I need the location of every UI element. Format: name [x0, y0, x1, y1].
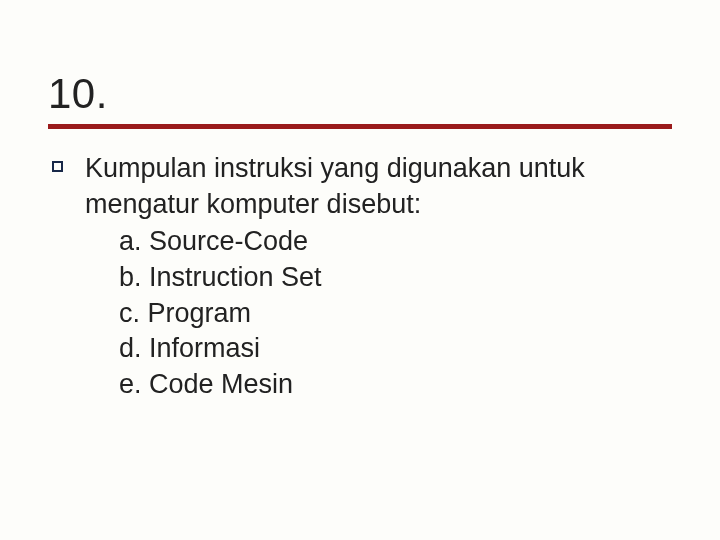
- title-underline: [48, 124, 672, 129]
- slide: 10. Kumpulan instruksi yang digunakan un…: [0, 0, 720, 540]
- option-d: d. Informasi: [119, 331, 672, 367]
- body: Kumpulan instruksi yang digunakan untuk …: [48, 151, 672, 402]
- option-e: e. Code Mesin: [119, 367, 672, 403]
- question-text: Kumpulan instruksi yang digunakan untuk …: [85, 151, 672, 222]
- slide-title: 10.: [48, 70, 672, 118]
- options-list: a. Source-Code b. Instruction Set c. Pro…: [85, 224, 672, 402]
- option-b: b. Instruction Set: [119, 260, 672, 296]
- content: Kumpulan instruksi yang digunakan untuk …: [85, 151, 672, 402]
- square-bullet-icon: [52, 161, 63, 172]
- option-a: a. Source-Code: [119, 224, 672, 260]
- option-c: c. Program: [119, 296, 672, 332]
